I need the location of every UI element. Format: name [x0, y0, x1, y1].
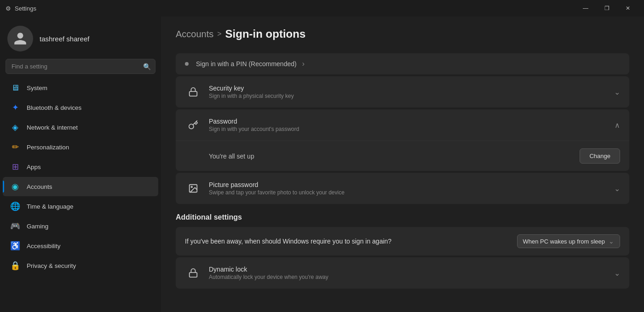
- sidebar-label-gaming: Gaming: [27, 223, 48, 230]
- dynamic-lock-title: Dynamic lock: [209, 266, 609, 273]
- user-profile[interactable]: tashreef shareef: [0, 17, 161, 59]
- content-area: Accounts > Sign-in options Sign in with …: [161, 17, 644, 312]
- search-icon: 🔍: [143, 63, 151, 70]
- password-text: Password Sign in with your account's pas…: [209, 118, 609, 132]
- maximize-button[interactable]: ❐: [596, 0, 617, 17]
- security-key-card: Security key Sign in with a physical sec…: [176, 76, 629, 108]
- svg-point-2: [191, 186, 192, 187]
- pin-label: Sign in with a PIN (Recommended): [196, 60, 297, 68]
- security-key-row[interactable]: Security key Sign in with a physical sec…: [176, 76, 629, 108]
- password-card: Password Sign in with your account's pas…: [176, 109, 629, 171]
- security-key-desc: Sign in with a physical security key: [209, 93, 609, 99]
- sidebar-item-accounts[interactable]: ◉ Accounts: [3, 177, 158, 196]
- user-name: tashreef shareef: [40, 35, 89, 43]
- sidebar-label-system: System: [27, 85, 47, 91]
- picture-password-card: Picture password Swipe and tap your favo…: [176, 173, 629, 204]
- security-key-chevron-icon: ⌄: [614, 88, 620, 96]
- pin-chevron-icon: ›: [302, 60, 305, 68]
- pin-dot: [185, 62, 189, 66]
- sidebar-item-bluetooth[interactable]: ✦ Bluetooth & devices: [3, 98, 158, 117]
- svg-rect-3: [190, 272, 197, 277]
- sidebar-label-network: Network & internet: [27, 124, 78, 131]
- dynamic-lock-row[interactable]: Dynamic lock Automatically lock your dev…: [176, 257, 629, 289]
- sidebar-item-apps[interactable]: ⊞ Apps: [3, 157, 158, 176]
- sidebar-label-time: Time & language: [27, 203, 74, 210]
- sidebar-label-personalization: Personalization: [27, 144, 69, 151]
- accounts-icon: ◉: [10, 182, 20, 192]
- bluetooth-icon: ✦: [10, 102, 20, 113]
- picture-password-row[interactable]: Picture password Swipe and tap your favo…: [176, 173, 629, 204]
- search-box[interactable]: 🔍: [6, 59, 155, 74]
- titlebar: ⚙ Settings — ❐ ✕: [0, 0, 644, 17]
- picture-password-chevron-icon: ⌄: [614, 184, 620, 193]
- sidebar-label-accessibility: Accessibility: [27, 243, 61, 250]
- sidebar-item-accessibility[interactable]: ♿ Accessibility: [3, 236, 158, 255]
- password-desc: Sign in with your account's password: [209, 126, 609, 132]
- sidebar-item-gaming[interactable]: 🎮 Gaming: [3, 216, 158, 236]
- svg-rect-0: [190, 91, 197, 96]
- dynamic-lock-text: Dynamic lock Automatically lock your dev…: [209, 266, 609, 280]
- personalization-icon: ✏: [10, 142, 20, 152]
- breadcrumb-accounts[interactable]: Accounts: [176, 29, 213, 40]
- picture-password-desc: Swipe and tap your favorite photo to unl…: [209, 189, 609, 196]
- password-chevron-icon: ∧: [615, 121, 620, 130]
- privacy-icon: 🔒: [10, 261, 20, 271]
- titlebar-title: Settings: [15, 5, 36, 12]
- sidebar-item-privacy[interactable]: 🔒 Privacy & security: [3, 256, 158, 275]
- additional-settings-label: Additional settings: [176, 213, 629, 221]
- page-header: Accounts > Sign-in options: [176, 28, 629, 40]
- system-icon: 🖥: [10, 83, 20, 93]
- settings-icon: ⚙: [6, 5, 11, 12]
- dropdown-chevron-icon: ⌄: [609, 238, 614, 245]
- close-button[interactable]: ✕: [617, 0, 638, 17]
- pin-row[interactable]: Sign in with a PIN (Recommended) ›: [176, 53, 629, 74]
- network-icon: ◈: [10, 122, 20, 132]
- picture-password-text: Picture password Swipe and tap your favo…: [209, 181, 609, 196]
- time-icon: 🌐: [10, 201, 20, 211]
- window-controls: — ❐ ✕: [575, 0, 638, 17]
- sidebar-label-apps: Apps: [27, 164, 41, 170]
- avatar: [7, 26, 33, 51]
- sidebar-label-privacy: Privacy & security: [27, 262, 76, 269]
- dynamic-lock-desc: Automatically lock your device when you'…: [209, 274, 609, 280]
- password-body: You're all set up Change: [176, 141, 629, 171]
- sidebar-item-network[interactable]: ◈ Network & internet: [3, 118, 158, 137]
- picture-password-icon: [185, 180, 201, 197]
- away-setting-row: If you've been away, when should Windows…: [176, 227, 629, 255]
- sidebar-item-personalization[interactable]: ✏ Personalization: [3, 137, 158, 157]
- password-status: You're all set up: [209, 153, 580, 160]
- password-title: Password: [209, 118, 609, 125]
- search-input[interactable]: [6, 59, 155, 74]
- page-title: Sign-in options: [225, 28, 306, 40]
- sidebar-label-bluetooth: Bluetooth & devices: [27, 104, 81, 111]
- sidebar-item-system[interactable]: 🖥 System: [3, 78, 158, 97]
- change-password-button[interactable]: Change: [580, 148, 620, 164]
- password-icon: [185, 117, 201, 133]
- main-layout: tashreef shareef 🔍 🖥 System ✦ Bluetooth …: [0, 17, 644, 312]
- security-key-text: Security key Sign in with a physical sec…: [209, 85, 609, 99]
- picture-password-title: Picture password: [209, 181, 609, 188]
- dynamic-lock-icon: [185, 265, 201, 281]
- sidebar-label-accounts: Accounts: [27, 183, 52, 190]
- away-dropdown[interactable]: When PC wakes up from sleep ⌄: [517, 234, 620, 248]
- away-value: When PC wakes up from sleep: [523, 238, 605, 245]
- accessibility-icon: ♿: [10, 241, 20, 251]
- sidebar-item-time[interactable]: 🌐 Time & language: [3, 197, 158, 216]
- dynamic-lock-chevron-icon: ⌄: [614, 269, 620, 278]
- gaming-icon: 🎮: [10, 221, 20, 231]
- sidebar: tashreef shareef 🔍 🖥 System ✦ Bluetooth …: [0, 17, 161, 312]
- password-header-row[interactable]: Password Sign in with your account's pas…: [176, 109, 629, 141]
- sidebar-nav: 🖥 System ✦ Bluetooth & devices ◈ Network…: [0, 78, 161, 276]
- security-key-title: Security key: [209, 85, 609, 92]
- breadcrumb-separator: >: [217, 30, 221, 38]
- dynamic-lock-card: Dynamic lock Automatically lock your dev…: [176, 257, 629, 289]
- security-key-icon: [185, 84, 201, 100]
- avatar-icon: [13, 31, 28, 46]
- minimize-button[interactable]: —: [575, 0, 596, 17]
- apps-icon: ⊞: [10, 162, 20, 172]
- away-question: If you've been away, when should Windows…: [185, 238, 517, 245]
